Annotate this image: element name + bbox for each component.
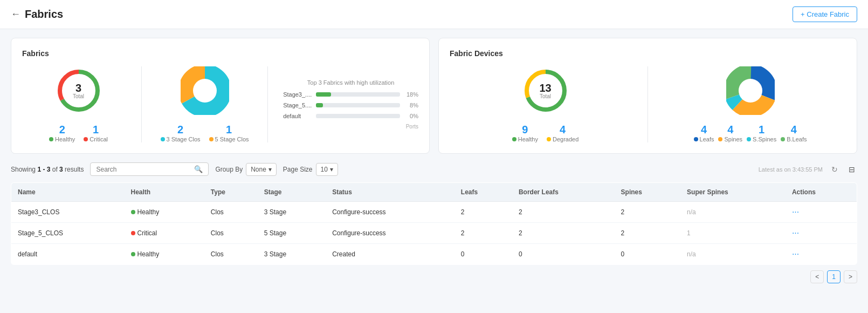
cards-row: Fabrics 3 Total (11, 38, 857, 154)
bar-row-3: default 0% (283, 113, 418, 119)
stage5-dot (209, 137, 213, 141)
devices-donut-section: 13 Total 9 Healthy 4 (450, 66, 641, 142)
devices-total-number: 13 (539, 83, 551, 93)
table-body: Stage3_CLOS Healthy Clos 3 Stage Configu… (11, 202, 857, 265)
stage3-label: 3 Stage Clos (161, 136, 201, 142)
fabric-devices-card-title: Fabric Devices (450, 49, 846, 58)
col-super-spines: Super Spines (680, 183, 786, 202)
fabrics-critical-count: 1 (84, 124, 108, 136)
sspines-label: S.Spines (747, 136, 776, 142)
table-controls: Showing 1 - 3 of 3 results 🔍 Group By No… (11, 162, 857, 176)
cell-stage-2: 3 Stage (258, 244, 326, 265)
prev-page-button[interactable]: < (810, 270, 824, 283)
cell-status-2: Created (326, 244, 454, 265)
bleafs-count: 4 (781, 124, 807, 136)
cell-super-spines-0: n/a (680, 202, 786, 223)
divider-2 (267, 66, 268, 142)
col-border-leafs: Border Leafs (512, 183, 615, 202)
devices-healthy-count: 9 (512, 124, 538, 136)
stage3-dot (161, 137, 165, 141)
bar-track-2 (316, 103, 400, 107)
cell-actions-0[interactable]: ··· (786, 202, 857, 223)
col-actions: Actions (786, 183, 857, 202)
bar-pct-2: 8% (403, 102, 418, 108)
divider-1 (141, 66, 142, 142)
bleafs-label: B.Leafs (781, 136, 807, 142)
fabrics-pie-section: 2 3 Stage Clos 1 5 Stage Clos (148, 66, 261, 142)
health-dot-1 (131, 231, 135, 235)
cell-super-spines-2: n/a (680, 244, 786, 265)
table-row: default Healthy Clos 3 Stage Created 0 0… (11, 244, 857, 265)
cell-health-0: Healthy (125, 202, 204, 223)
cell-actions-1[interactable]: ··· (786, 223, 857, 244)
group-by-select[interactable]: None ▾ (246, 163, 277, 176)
devices-type-stats: 4 Leafs 4 Spines (694, 124, 807, 142)
stage3-count: 2 (161, 124, 201, 136)
cell-border-leafs-2: 0 (512, 244, 615, 265)
devices-degraded-label: Degraded (547, 136, 578, 142)
fabrics-card: Fabrics 3 Total (11, 38, 430, 154)
bar-row-1: Stage3_.... 18% (283, 91, 418, 98)
devices-donut-chart: 13 Total (521, 66, 570, 115)
fabrics-total-number: 3 (73, 83, 84, 93)
cell-type-1: Clos (204, 223, 258, 244)
main-content: Fabrics 3 Total (0, 29, 868, 297)
devices-pie-chart (726, 66, 775, 115)
stage5-label: 5 Stage Clos (209, 136, 249, 142)
latest-timestamp: Latest as on 3:43:55 PM (759, 166, 823, 173)
stage5-count: 1 (209, 124, 249, 136)
devices-stats: 9 Healthy 4 Degraded (512, 124, 579, 142)
svg-point-5 (193, 79, 217, 103)
spines-dot (718, 137, 722, 141)
devices-degraded-count: 4 (547, 124, 578, 136)
svg-point-13 (739, 79, 762, 103)
filter-button[interactable]: ⊟ (846, 164, 857, 175)
bar-pct-1: 18% (403, 91, 418, 98)
devices-healthy-stat: 9 Healthy (512, 124, 538, 142)
fabrics-donut-chart: 3 Total (54, 66, 103, 115)
page-size-chevron-icon: ▾ (330, 166, 333, 173)
col-stage: Stage (258, 183, 326, 202)
col-spines: Spines (615, 183, 681, 202)
back-button[interactable]: ← (11, 9, 20, 20)
healthy-dot (49, 137, 53, 141)
leafs-stat: 4 Leafs (694, 124, 714, 142)
devices-pie-section: 4 Leafs 4 Spines (655, 66, 846, 142)
col-type: Type (204, 183, 258, 202)
bleafs-stat: 4 B.Leafs (781, 124, 807, 142)
sspines-count: 1 (747, 124, 776, 136)
col-name: Name (11, 183, 125, 202)
fabrics-healthy-label: Healthy (49, 136, 75, 142)
leafs-dot (694, 137, 698, 141)
cell-border-leafs-1: 2 (512, 223, 615, 244)
spines-label: Spines (718, 136, 742, 142)
fabrics-type-stats: 2 3 Stage Clos 1 5 Stage Clos (161, 124, 249, 142)
search-input[interactable] (96, 166, 191, 173)
bar-label-2: Stage_5.... (283, 102, 313, 108)
page-size-select[interactable]: 10 ▾ (316, 163, 338, 176)
cell-health-2: Healthy (125, 244, 204, 265)
devices-healthy-label: Healthy (512, 136, 538, 142)
group-by-control: Group By None ▾ (215, 163, 276, 176)
search-icon: 🔍 (194, 165, 203, 173)
health-dot-2 (131, 252, 135, 256)
bar-track-3 (316, 114, 400, 118)
fabrics-donut-section: 3 Total 2 Healthy 1 (22, 66, 135, 142)
refresh-button[interactable]: ↻ (829, 164, 840, 175)
table-row: Stage3_CLOS Healthy Clos 3 Stage Configu… (11, 202, 857, 223)
col-health: Health (125, 183, 204, 202)
create-fabric-button[interactable]: + Create Fabric (793, 6, 857, 22)
search-box[interactable]: 🔍 (90, 162, 209, 176)
page-title: Fabrics (25, 8, 63, 21)
next-page-button[interactable]: > (844, 270, 857, 283)
devices-total-label: Total (539, 93, 551, 99)
devices-healthy-dot (512, 137, 516, 141)
cell-actions-2[interactable]: ··· (786, 244, 857, 265)
bar-track-1 (316, 92, 400, 97)
cell-type-2: Clos (204, 244, 258, 265)
spines-count: 4 (718, 124, 742, 136)
fabrics-total-label: Total (73, 93, 84, 99)
bar-pct-3: 0% (403, 113, 418, 119)
table-row: Stage_5_CLOS Critical Clos 5 Stage Confi… (11, 223, 857, 244)
stage5-stat: 1 5 Stage Clos (209, 124, 249, 142)
